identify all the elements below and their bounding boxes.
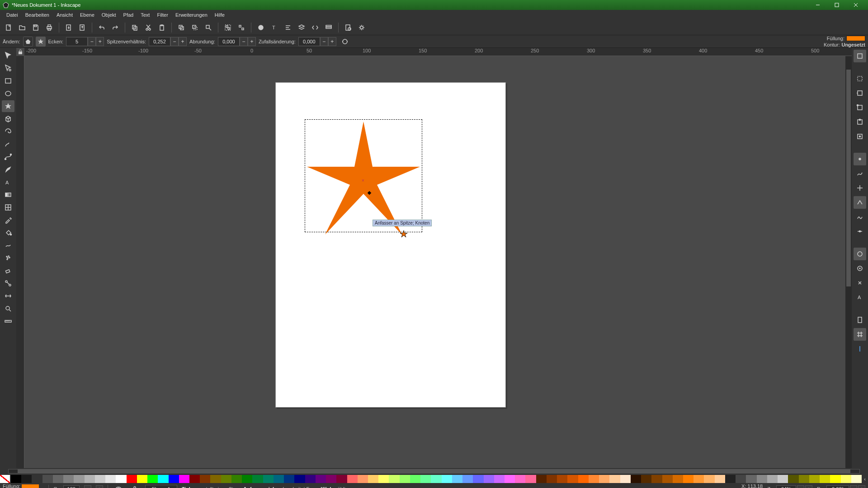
snap-bbox-midpoint-icon[interactable] bbox=[854, 116, 866, 128]
palette-swatch[interactable] bbox=[452, 475, 462, 483]
layer-lock-icon[interactable] bbox=[129, 483, 141, 488]
palette-swatch[interactable] bbox=[284, 475, 294, 483]
ellipse-tool[interactable] bbox=[2, 88, 14, 99]
text-tool[interactable]: A bbox=[2, 176, 14, 188]
spiral-tool[interactable] bbox=[2, 126, 14, 137]
palette-swatch[interactable] bbox=[179, 475, 189, 483]
paste-button[interactable] bbox=[156, 22, 168, 33]
reset-shape-button[interactable] bbox=[339, 36, 351, 47]
palette-swatch[interactable] bbox=[557, 475, 567, 483]
palette-swatch[interactable] bbox=[42, 475, 53, 483]
palette-swatch[interactable] bbox=[147, 475, 158, 483]
rotation-input[interactable] bbox=[826, 485, 849, 488]
3dbox-tool[interactable] bbox=[2, 113, 14, 125]
zoom-input[interactable] bbox=[776, 485, 796, 488]
palette-swatch[interactable] bbox=[294, 475, 305, 483]
palette-swatch[interactable] bbox=[105, 475, 116, 483]
palette-swatch[interactable] bbox=[336, 475, 347, 483]
palette-swatch[interactable] bbox=[263, 475, 274, 483]
snap-bbox-edge-icon[interactable] bbox=[854, 87, 866, 99]
palette-swatch[interactable] bbox=[85, 475, 95, 483]
menu-erweiterungen[interactable]: Erweiterungen bbox=[172, 10, 211, 20]
palette-swatch[interactable] bbox=[505, 475, 515, 483]
palette-swatch[interactable] bbox=[673, 475, 683, 483]
canvas-viewport[interactable]: × Anfasser an Spitze; Knoten bbox=[24, 56, 852, 468]
palette-swatch[interactable] bbox=[347, 475, 358, 483]
eraser-tool[interactable] bbox=[2, 265, 14, 277]
prefs-icon[interactable] bbox=[356, 22, 368, 33]
palette-swatch[interactable] bbox=[757, 475, 767, 483]
export-button[interactable] bbox=[76, 22, 88, 33]
snap-bbox-center-icon[interactable] bbox=[854, 130, 866, 143]
palette-swatch[interactable] bbox=[841, 475, 851, 483]
palette-swatch[interactable] bbox=[799, 475, 809, 483]
lock-guides-icon[interactable] bbox=[17, 49, 24, 55]
palette-swatch[interactable] bbox=[169, 475, 179, 483]
spray-tool[interactable] bbox=[2, 252, 14, 264]
palette-swatch[interactable] bbox=[400, 475, 410, 483]
palette-swatch[interactable] bbox=[368, 475, 378, 483]
lpe-tool[interactable] bbox=[2, 290, 14, 302]
random-plus[interactable]: + bbox=[328, 37, 336, 46]
menu-ebene[interactable]: Ebene bbox=[76, 10, 98, 20]
opacity-input[interactable] bbox=[63, 485, 80, 488]
menu-ansicht[interactable]: Ansicht bbox=[53, 10, 76, 20]
snap-guide-icon[interactable] bbox=[854, 343, 866, 355]
connector-tool[interactable] bbox=[2, 277, 14, 289]
menu-objekt[interactable]: Objekt bbox=[98, 10, 120, 20]
selectors-dialog-icon[interactable] bbox=[323, 22, 335, 33]
palette-swatch[interactable] bbox=[200, 475, 210, 483]
palette-swatch[interactable] bbox=[305, 475, 316, 483]
spoke-plus[interactable]: + bbox=[179, 37, 187, 46]
duplicate-button[interactable] bbox=[175, 22, 187, 33]
xml-dialog-icon[interactable] bbox=[309, 22, 321, 33]
snap-rotation-icon[interactable] bbox=[854, 277, 866, 289]
palette-swatch[interactable] bbox=[32, 475, 42, 483]
print-button[interactable] bbox=[43, 22, 55, 33]
gradient-tool[interactable] bbox=[2, 189, 14, 201]
palette-swatch[interactable] bbox=[158, 475, 168, 483]
palette-swatch[interactable] bbox=[473, 475, 483, 483]
ruler-horizontal[interactable]: -200-150-100-500501001502002503003504004… bbox=[24, 48, 852, 56]
node-tool[interactable] bbox=[2, 62, 14, 74]
unlink-button[interactable] bbox=[203, 22, 214, 33]
close-button[interactable] bbox=[846, 0, 865, 10]
palette-swatch[interactable] bbox=[494, 475, 505, 483]
palette-swatch[interactable] bbox=[851, 475, 862, 483]
opt-fill-swatch[interactable] bbox=[846, 36, 865, 41]
fill-dialog-icon[interactable] bbox=[255, 22, 267, 33]
cut-button[interactable] bbox=[142, 22, 154, 33]
save-button[interactable] bbox=[30, 22, 42, 33]
palette-swatch[interactable] bbox=[431, 475, 441, 483]
palette-swatch[interactable] bbox=[221, 475, 231, 483]
menu-hilfe[interactable]: Hilfe bbox=[211, 10, 228, 20]
palette-swatch[interactable] bbox=[651, 475, 662, 483]
palette-swatch[interactable] bbox=[231, 475, 242, 483]
palette-swatch[interactable] bbox=[389, 475, 399, 483]
palette-swatch[interactable] bbox=[358, 475, 368, 483]
round-plus[interactable]: + bbox=[248, 37, 256, 46]
spoke-minus[interactable]: − bbox=[170, 37, 179, 46]
palette-swatch[interactable] bbox=[127, 475, 137, 483]
maximize-button[interactable] bbox=[827, 0, 846, 10]
round-field[interactable] bbox=[218, 37, 240, 46]
zoom-in-button[interactable]: + bbox=[805, 485, 812, 488]
snap-grid-icon[interactable] bbox=[854, 328, 866, 341]
import-button[interactable] bbox=[63, 22, 75, 33]
snap-others-toggle[interactable] bbox=[854, 248, 866, 260]
status-fill-swatch[interactable] bbox=[22, 484, 39, 488]
ungroup-button[interactable] bbox=[236, 22, 247, 33]
round-minus[interactable]: − bbox=[240, 37, 248, 46]
palette-swatch[interactable] bbox=[599, 475, 609, 483]
palette-swatch[interactable] bbox=[420, 475, 431, 483]
corners-plus[interactable]: + bbox=[96, 37, 104, 46]
palette-swatch[interactable] bbox=[788, 475, 798, 483]
layer-visible-icon[interactable] bbox=[113, 483, 124, 488]
palette-swatch[interactable] bbox=[316, 475, 326, 483]
palette-swatch[interactable] bbox=[274, 475, 284, 483]
bezier-tool[interactable] bbox=[2, 151, 14, 163]
palette-swatch[interactable] bbox=[547, 475, 557, 483]
polygon-mode-button[interactable] bbox=[23, 37, 33, 47]
copy-button[interactable] bbox=[129, 22, 141, 33]
snap-bbox-icon[interactable] bbox=[854, 72, 866, 85]
